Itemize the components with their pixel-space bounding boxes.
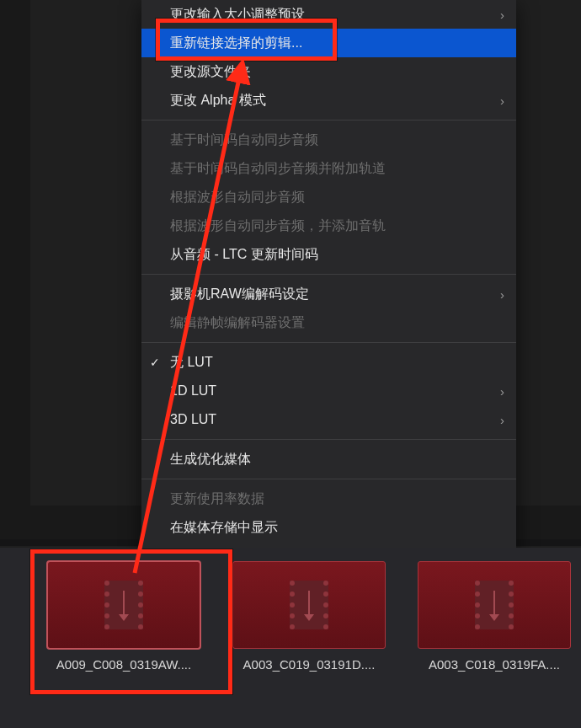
menu-item-label: 基于时间码自动同步音频 bbox=[170, 131, 318, 149]
menu-item-label: 编辑静帧编解码器设置 bbox=[170, 314, 305, 332]
menu-item: 基于时间码自动同步音频并附加轨道 bbox=[141, 154, 516, 183]
chevron-right-icon: › bbox=[500, 384, 504, 399]
menu-item-label: 3D LUT bbox=[170, 412, 216, 427]
menu-item[interactable]: 重新链接选择的剪辑... bbox=[141, 29, 516, 57]
menu-item-label: 更改源文件夹 bbox=[170, 63, 251, 81]
menu-item[interactable]: 在媒体存储中显示 bbox=[141, 513, 516, 542]
menu-item[interactable]: 摄影机RAW编解码设定› bbox=[141, 280, 516, 308]
clip-thumbnail-offline[interactable] bbox=[418, 561, 571, 649]
menu-item-label: 摄影机RAW编解码设定 bbox=[170, 286, 309, 303]
menu-separator bbox=[141, 274, 516, 275]
chevron-right-icon: › bbox=[500, 94, 504, 108]
menu-item-label: 从音频 - LTC 更新时间码 bbox=[170, 246, 318, 264]
menu-item-label: 更改输入大小调整预设 bbox=[170, 6, 305, 24]
menu-item: 更新使用率数据 bbox=[141, 484, 516, 513]
menu-item: 根据波形自动同步音频 bbox=[141, 183, 516, 211]
menu-item: 根据波形自动同步音频，并添加音轨 bbox=[141, 211, 516, 240]
menu-separator bbox=[141, 439, 516, 440]
menu-item: 编辑静帧编解码器设置 bbox=[141, 308, 516, 337]
clip-label: A009_C008_0319AW.... bbox=[44, 657, 204, 672]
clip-item[interactable]: A003_C018_0319FA.... bbox=[414, 561, 574, 672]
menu-item[interactable]: 从音频 - LTC 更新时间码 bbox=[141, 240, 516, 269]
menu-separator bbox=[141, 342, 516, 343]
menu-item-label: 基于时间码自动同步音频并附加轨道 bbox=[170, 160, 386, 178]
menu-item-label: 1D LUT bbox=[170, 383, 216, 399]
menu-item[interactable]: 3D LUT› bbox=[141, 405, 516, 434]
menu-item[interactable]: 更改 Alpha 模式› bbox=[141, 86, 516, 115]
menu-item[interactable]: 生成优化媒体 bbox=[141, 445, 516, 474]
menu-item-label: 重新链接选择的剪辑... bbox=[170, 35, 302, 52]
menu-item[interactable]: 更改源文件夹 bbox=[141, 57, 516, 86]
check-icon: ✓ bbox=[150, 356, 160, 369]
clip-item[interactable]: A003_C019_03191D.... bbox=[229, 561, 389, 672]
chevron-right-icon: › bbox=[500, 8, 504, 22]
menu-item-label: 在媒体存储中显示 bbox=[170, 519, 278, 537]
menu-separator bbox=[141, 120, 516, 120]
menu-item: 基于时间码自动同步音频 bbox=[141, 126, 516, 154]
menu-item-label: 更新使用率数据 bbox=[170, 490, 264, 508]
menu-item-label: 根据波形自动同步音频 bbox=[170, 189, 305, 206]
clip-label: A003_C019_03191D.... bbox=[229, 657, 389, 672]
menu-item[interactable]: ✓无 LUT bbox=[141, 348, 516, 377]
menu-item[interactable]: 更改输入大小调整预设› bbox=[141, 0, 516, 29]
chevron-right-icon: › bbox=[500, 287, 504, 302]
menu-item-label: 生成优化媒体 bbox=[170, 451, 251, 468]
menu-item[interactable]: 1D LUT› bbox=[141, 377, 516, 405]
chevron-right-icon: › bbox=[500, 413, 504, 427]
clip-thumbnail-offline[interactable] bbox=[232, 561, 386, 649]
menu-item-label: 无 LUT bbox=[170, 354, 213, 372]
media-pool[interactable]: A009_C008_0319AW.... A003_C019_03191D...… bbox=[0, 548, 581, 728]
clip-label: A003_C018_0319FA.... bbox=[414, 657, 574, 672]
menu-separator bbox=[141, 479, 516, 479]
clip-thumbnail-offline[interactable] bbox=[47, 561, 200, 649]
menu-item-label: 更改 Alpha 模式 bbox=[170, 92, 266, 110]
clip-item[interactable]: A009_C008_0319AW.... bbox=[44, 561, 204, 672]
menu-item-label: 根据波形自动同步音频，并添加音轨 bbox=[170, 217, 386, 235]
